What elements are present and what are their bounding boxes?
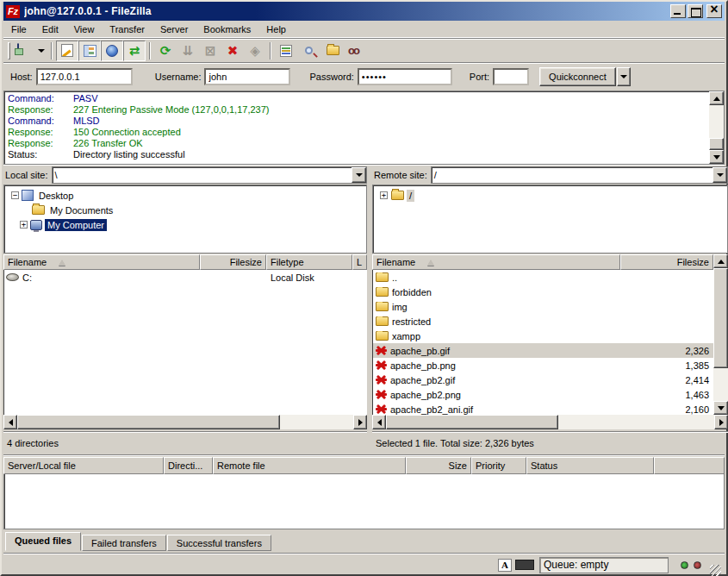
column-last-modified[interactable]: L [352,254,367,270]
column-size[interactable]: Size [406,457,471,474]
tree-item-my-computer[interactable]: + My Computer [4,217,366,232]
refresh-button[interactable]: ⟳ [154,41,177,61]
column-filesize[interactable]: Filesize [200,254,266,270]
disconnect-button[interactable]: ✖ [221,41,244,61]
remote-file-row[interactable]: apache_pb.png 1,385 [373,358,713,373]
scroll-right-button[interactable] [714,415,728,429]
menu-server[interactable]: Server [152,22,196,36]
cancel-button[interactable]: ⊠ [199,41,221,61]
local-status-bar: 4 directories [3,431,367,454]
reconnect-button[interactable]: ◈ [244,41,266,61]
maximize-button[interactable] [688,4,703,18]
speed-limit-indicator-icon[interactable] [515,560,534,570]
column-remote-file[interactable]: Remote file [213,457,406,474]
remote-file-row[interactable]: img [373,299,713,314]
scroll-up-button[interactable] [709,91,724,105]
local-site-combo[interactable]: \ [52,166,367,184]
remote-list-scrollbar[interactable] [713,254,728,415]
remote-file-row-selected[interactable]: apache_pb.gif 2,326 [373,343,713,358]
transfer-type-indicator-icon[interactable]: A [498,559,512,572]
column-priority[interactable]: Priority [471,457,526,474]
log-scrollbar[interactable] [709,91,724,164]
scroll-down-button[interactable] [709,150,724,164]
remote-file-row[interactable]: apache_pb2.png 1,463 [373,387,713,402]
scroll-track[interactable] [713,368,728,401]
tab-failed-transfers[interactable]: Failed transfers [82,535,166,551]
queue-list[interactable] [3,474,725,529]
site-manager-dropdown[interactable] [35,41,47,61]
local-site-dropdown[interactable] [352,167,366,183]
chevron-down-icon [717,173,724,177]
chevron-down-icon [620,75,627,78]
directory-comparison-button[interactable] [320,41,342,61]
scroll-thumb[interactable] [386,415,558,429]
menu-help[interactable]: Help [258,22,294,36]
filter-button[interactable] [275,41,297,61]
expand-icon[interactable]: + [20,221,28,229]
port-label: Port: [470,72,489,82]
quickconnect-dropdown[interactable] [617,67,631,86]
username-input[interactable] [204,68,290,85]
scroll-right-button[interactable] [353,415,367,429]
toggle-queue-button[interactable]: ⇄ [123,41,146,61]
column-filesize[interactable]: Filesize [620,254,713,270]
column-status[interactable]: Status [526,457,654,474]
remote-file-row[interactable]: apache_pb2.gif 2,414 [373,373,713,387]
title-bar[interactable]: Fz john@127.0.0.1 - FileZilla [3,2,725,21]
tree-item-desktop[interactable]: − Desktop [4,188,366,203]
remote-file-row[interactable]: .. [373,270,713,285]
column-filename[interactable]: Filename [372,254,620,270]
scroll-up-button[interactable] [713,254,728,268]
remote-file-row[interactable]: forbidden [373,285,713,299]
expand-icon[interactable]: + [380,191,388,199]
scroll-thumb[interactable] [713,268,728,368]
password-input[interactable] [358,68,452,85]
quickconnect-button[interactable]: Quickconnect [539,67,616,86]
tree-item-root[interactable]: + / [373,188,727,203]
toggle-remote-tree-button[interactable] [101,41,123,61]
collapse-icon[interactable]: − [11,191,19,199]
minimize-button[interactable] [670,4,686,18]
remote-site-combo[interactable]: / [431,166,728,184]
remote-file-row[interactable]: restricted [373,314,713,329]
filter-icon [280,45,292,57]
toggle-log-button[interactable] [56,41,78,61]
scroll-left-button[interactable] [3,415,17,429]
process-queue-button[interactable]: ⇊ [177,41,199,61]
local-list-hscrollbar[interactable] [3,415,367,429]
tab-successful-transfers[interactable]: Successful transfers [167,535,271,551]
scroll-left-button[interactable] [372,415,386,429]
local-file-row[interactable]: C: Local Disk [4,270,367,285]
scroll-track[interactable] [558,415,714,429]
scroll-track[interactable] [280,415,353,429]
column-direction[interactable]: Directi... [164,457,213,474]
remote-file-row[interactable]: apache_pb2_ani.gif 2,160 [373,402,713,415]
column-filetype[interactable]: Filetype [266,254,352,270]
tab-queued-files[interactable]: Queued files [5,532,81,551]
tree-item-my-documents[interactable]: My Documents [4,203,366,217]
find-files-button[interactable] [297,41,320,61]
resize-grip[interactable] [710,565,721,576]
host-input[interactable] [36,68,133,85]
menu-view[interactable]: View [66,22,103,36]
remote-list-hscrollbar[interactable] [372,415,728,429]
scroll-thumb[interactable] [709,138,724,150]
menu-transfer[interactable]: Transfer [102,22,152,36]
menu-edit[interactable]: Edit [34,22,66,36]
scroll-thumb[interactable] [17,415,280,429]
column-filename[interactable]: Filename [3,254,200,270]
toggle-local-tree-button[interactable] [78,41,101,61]
scroll-track[interactable] [709,105,724,138]
remote-file-row[interactable]: xampp [373,329,713,343]
site-manager-button[interactable] [13,41,35,61]
scroll-down-button[interactable] [713,401,728,415]
toolbar-grip[interactable] [8,42,10,59]
menu-bookmarks[interactable]: Bookmarks [196,22,258,36]
remote-site-dropdown[interactable] [712,167,727,183]
synchronized-browsing-button[interactable]: oo [342,41,364,61]
port-input[interactable] [493,68,529,85]
menu-file[interactable]: File [3,22,34,36]
column-server-local-file[interactable]: Server/Local file [3,457,164,474]
log-lines: Command:PASV Response:227 Entering Passi… [4,91,709,164]
close-button[interactable] [706,4,722,18]
